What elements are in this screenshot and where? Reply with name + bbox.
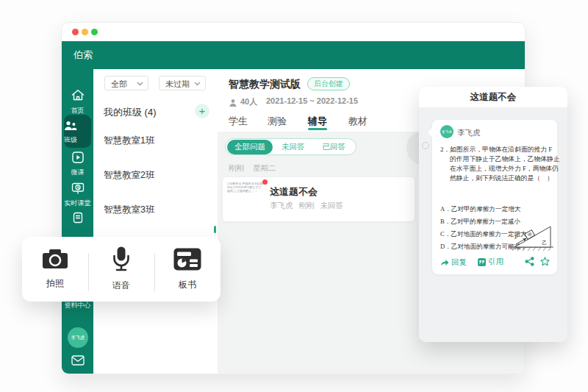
user-avatar[interactable]: 李飞虎 — [68, 327, 88, 348]
video-lesson-icon — [72, 153, 84, 165]
chevron-down-icon — [194, 82, 201, 86]
tool-label: 拍照 — [46, 277, 64, 290]
time-tags: 刚刚星期二 — [229, 163, 285, 174]
camera-icon — [42, 249, 68, 272]
tab-quizzes[interactable]: 测验 — [268, 115, 287, 128]
class-list-panel: 全部 未过期 我的班级 (4) + 智慧教室1班 智慧教室2班 智慧教室3班 — [93, 69, 218, 374]
add-class-button[interactable]: + — [195, 104, 209, 118]
minimize-window-button[interactable] — [82, 29, 88, 35]
app-header: 伯索 — [62, 41, 525, 69]
student-avatar: 李飞虎 — [440, 125, 453, 138]
favorite-button[interactable] — [540, 257, 550, 268]
quote-icon — [478, 258, 486, 266]
my-classes-heading: 我的班级 (4) — [104, 106, 157, 119]
notebook-icon — [72, 213, 84, 226]
svg-text:F: F — [514, 234, 518, 240]
reply-label: 回复 — [451, 257, 467, 268]
sidebar-item-classes[interactable]: 班级 — [64, 115, 91, 148]
tab-materials[interactable]: 教材 — [348, 115, 368, 128]
option-b: B．乙对甲的摩擦力一定减小 — [440, 218, 520, 227]
filter-dropdown-expiry[interactable]: 未过期 — [159, 76, 206, 90]
student-name: 李飞虎 — [457, 128, 481, 138]
tab-tutoring[interactable]: 辅导 — [308, 115, 327, 128]
class-item[interactable]: 智慧教室3班 — [104, 204, 154, 216]
class-item[interactable]: 智慧教室1班 — [104, 135, 154, 147]
answer-toolbar: 拍照 语音 板书 — [22, 237, 220, 302]
app-title: 伯索 — [74, 41, 93, 69]
question-title: 这道题不会 — [270, 185, 318, 199]
question-time: 刚刚 — [299, 201, 315, 210]
sidebar-item-home[interactable]: 首页 — [62, 89, 93, 115]
date-range: 2021-12-15 ~ 2022-12-15 — [266, 96, 358, 105]
card-actions: 回复 引用 — [440, 257, 550, 268]
dropdown-value: 全部 — [111, 79, 127, 88]
popup-title: 这道题不会 — [419, 87, 567, 108]
toolbar-divider — [88, 253, 89, 291]
question-thumbnail: 2.如图所示,甲物体在沿斜面的推力F的作用下静止于乙物体上,乙物体静止（ ） — [227, 182, 264, 193]
sidebar-item-label: 实时课堂 — [62, 199, 93, 208]
physics-diagram: 乙 甲 F — [511, 218, 553, 252]
filter-unanswered[interactable]: 未回答 — [273, 140, 314, 154]
voice-button[interactable]: 语音 — [88, 237, 154, 302]
quote-label: 引用 — [488, 257, 503, 267]
member-count: 40人 — [240, 96, 257, 107]
zoom-window-button[interactable] — [91, 29, 98, 35]
sidebar-item-label: 班级 — [64, 135, 91, 145]
class-title: 智慧教学测试版 — [229, 78, 301, 91]
microphone-icon — [112, 246, 130, 274]
reply-icon — [440, 259, 449, 266]
person-icon — [229, 97, 237, 110]
home-icon — [71, 91, 85, 104]
screen: 伯索 首页 班级 微课 — [0, 0, 588, 392]
tool-label: 语音 — [112, 279, 130, 292]
question-meta: 李飞虎刚刚未回答 — [270, 201, 343, 211]
whiteboard-icon — [173, 248, 201, 274]
close-window-button[interactable] — [72, 29, 79, 35]
tab-students[interactable]: 学生 — [229, 115, 248, 128]
sidebar-item-microlessons[interactable]: 微课 — [62, 152, 93, 177]
question-filter-group: 全部问题 未回答 已回答 — [225, 138, 356, 155]
question-status: 未回答 — [320, 201, 344, 210]
filter-all-questions[interactable]: 全部问题 — [227, 140, 273, 154]
bubble-pointer — [428, 128, 432, 137]
envelope-icon — [71, 355, 85, 368]
toolbar-divider — [154, 253, 155, 291]
time-tag: 刚刚 — [229, 163, 244, 172]
dropdown-value: 未过期 — [165, 79, 190, 88]
question-popup: 这道题不会 李飞虎 李飞虎 2．如图所示，甲物体在沿斜面的推力 F 的作用下静止… — [419, 87, 567, 342]
live-classroom-icon — [71, 184, 85, 196]
share-button[interactable] — [525, 257, 534, 268]
filter-dropdown-type[interactable]: 全部 — [104, 76, 148, 90]
sidebar-item-notebook[interactable] — [62, 212, 93, 227]
window-titlebar — [62, 23, 525, 41]
sidebar-item-label: 资料中心 — [62, 301, 93, 310]
star-icon — [540, 257, 550, 266]
backend-created-badge: 后台创建 — [307, 77, 350, 90]
time-tag: 星期二 — [253, 163, 276, 172]
photo-button[interactable]: 拍照 — [22, 237, 88, 302]
chevron-down-icon — [137, 82, 143, 86]
sidebar-item-label: 微课 — [62, 168, 93, 177]
quote-button[interactable]: 引用 — [478, 257, 503, 267]
popup-body: 李飞虎 李飞虎 2．如图所示，甲物体在沿斜面的推力 F 的作用下静止于乙物体上，… — [419, 108, 567, 342]
reply-button[interactable]: 回复 — [440, 257, 467, 268]
question-message-card: 李飞虎 李飞虎 2．如图所示，甲物体在沿斜面的推力 F 的作用下静止于乙物体上，… — [432, 120, 557, 274]
unread-dot — [262, 179, 268, 185]
share-icon — [525, 257, 534, 266]
scrollbar-thumb[interactable] — [214, 226, 216, 233]
option-a: A．乙对甲的摩擦力一定增大 — [440, 205, 520, 214]
class-item[interactable]: 智慧教室2班 — [104, 169, 154, 182]
svg-text:乙: 乙 — [542, 240, 547, 245]
question-author: 李飞虎 — [270, 201, 293, 210]
users-icon — [64, 121, 91, 134]
active-tab-underline — [308, 128, 327, 130]
sidebar-item-messages[interactable] — [62, 355, 93, 368]
question-text: 2．如图所示，甲物体在沿斜面的推力 F 的作用下静止于乙物体上，乙物体静止在水平… — [440, 145, 560, 183]
question-list-item[interactable]: 2.如图所示,甲物体在沿斜面的推力F的作用下静止于乙物体上,乙物体静止（ ） 这… — [223, 177, 415, 221]
tool-label: 板书 — [179, 279, 196, 291]
sidebar: 首页 班级 微课 实时课堂 — [62, 69, 93, 374]
whiteboard-button[interactable]: 板书 — [154, 237, 220, 302]
filter-answered[interactable]: 已回答 — [314, 140, 355, 154]
select-circle[interactable] — [422, 142, 429, 149]
sidebar-item-live-classroom[interactable]: 实时课堂 — [62, 182, 93, 208]
